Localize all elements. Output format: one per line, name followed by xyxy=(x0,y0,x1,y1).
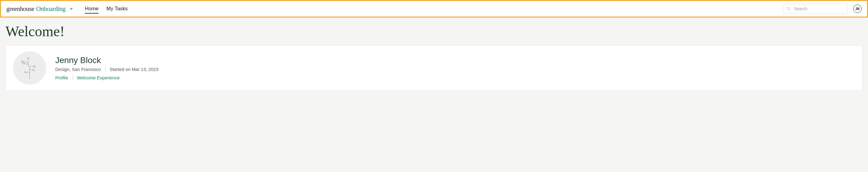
brand-primary-text: greenhouse xyxy=(6,5,34,13)
user-name: Jenny Block xyxy=(55,56,855,65)
user-avatar-badge[interactable]: JB xyxy=(853,4,862,13)
user-start-date: Started on Mar 13, 2023 xyxy=(110,67,159,72)
brand-switcher[interactable]: greenhouse Onboarding xyxy=(6,5,73,13)
nav-my-tasks[interactable]: My Tasks xyxy=(106,4,128,13)
page-title: Welcome! xyxy=(5,23,863,39)
user-card: Jenny Block Design, San Francisco Starte… xyxy=(5,45,863,91)
link-divider xyxy=(72,75,73,80)
svg-line-1 xyxy=(789,10,790,10)
nav-right: JB xyxy=(783,4,862,13)
profile-link[interactable]: Profile xyxy=(55,75,68,80)
chevron-down-icon xyxy=(69,7,73,11)
welcome-experience-link[interactable]: Welcome Experience xyxy=(77,75,120,80)
user-avatar xyxy=(13,51,46,84)
nav-links: Home My Tasks xyxy=(85,4,128,13)
user-links: Profile Welcome Experience xyxy=(55,75,855,80)
top-navigation: greenhouse Onboarding Home My Tasks JB xyxy=(0,0,868,18)
plant-icon xyxy=(18,56,42,80)
search-icon xyxy=(786,7,791,11)
search-input[interactable] xyxy=(783,4,848,13)
meta-divider xyxy=(105,66,105,72)
page-content: Welcome! Jenny Block Design, San Francis… xyxy=(0,18,868,96)
user-meta: Design, San Francisco Started on Mar 13,… xyxy=(55,66,855,72)
nav-home[interactable]: Home xyxy=(85,4,98,13)
user-info: Jenny Block Design, San Francisco Starte… xyxy=(55,56,855,80)
svg-point-0 xyxy=(787,7,789,10)
search-wrap xyxy=(783,4,848,13)
user-location: Design, San Francisco xyxy=(55,67,101,72)
brand-secondary-text: Onboarding xyxy=(36,5,65,13)
